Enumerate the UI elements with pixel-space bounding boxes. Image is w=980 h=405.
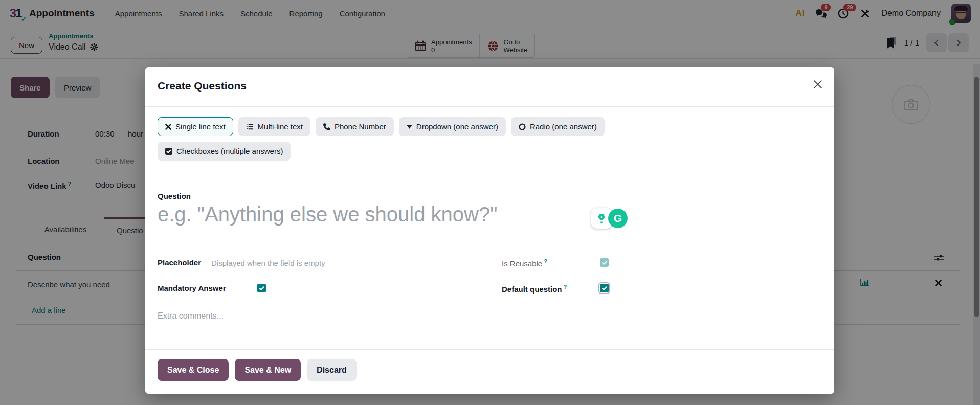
grammarly-icon[interactable]: G [608, 209, 628, 228]
lightbulb-icon [596, 213, 607, 223]
help-icon: ? [544, 258, 547, 264]
help-icon: ? [564, 284, 567, 290]
dialog-title: Create Questions [158, 80, 247, 92]
mandatory-answer-checkbox[interactable] [257, 284, 266, 292]
discard-button[interactable]: Discard [307, 359, 357, 381]
placeholder-label: Placeholder [158, 258, 201, 267]
grammarly-widget: G [591, 208, 628, 229]
x-mark-icon [165, 124, 171, 130]
save-and-close-button[interactable]: Save & Close [158, 359, 229, 381]
radio-circle-icon [519, 123, 526, 130]
mandatory-row: Mandatory Answer Default question? [158, 284, 822, 295]
screen: 31 ✓ Appointments Appointments Shared Li… [0, 0, 980, 405]
type-single-line-text[interactable]: Single line text [158, 117, 233, 136]
question-label: Question [158, 192, 191, 200]
footer-divider [145, 349, 834, 350]
create-questions-dialog: Create Questions Single line text Multi-… [145, 67, 834, 394]
default-question-checkbox[interactable] [600, 284, 609, 292]
type-radio[interactable]: Radio (one answer) [511, 117, 605, 136]
check-icon [259, 285, 265, 291]
checkbox-icon [165, 148, 172, 155]
question-type-row-2: Checkboxes (multiple answers) [158, 142, 291, 161]
placeholder-input[interactable]: Displayed when the field is empty [211, 259, 325, 267]
extra-comments-input[interactable]: Extra comments... [158, 311, 224, 321]
type-multi-line-text[interactable]: Multi-line text [238, 117, 310, 136]
close-button[interactable] [810, 76, 826, 93]
type-phone-number[interactable]: Phone Number [316, 117, 394, 136]
is-reusable-checkbox[interactable] [600, 258, 609, 267]
default-question-label: Default question? [502, 284, 567, 294]
check-icon [602, 260, 608, 266]
is-reusable-label: Is Reusable? [502, 258, 547, 268]
placeholder-row: Placeholder Displayed when the field is … [158, 258, 822, 269]
header-divider [145, 106, 834, 107]
close-icon [814, 80, 822, 88]
caret-down-icon [407, 125, 412, 129]
type-checkboxes[interactable]: Checkboxes (multiple answers) [158, 142, 291, 161]
question-input[interactable]: e.g. "Anything else we should know?" [158, 203, 497, 226]
dialog-footer: Save & Close Save & New Discard [158, 359, 357, 381]
check-icon [602, 285, 608, 291]
type-dropdown[interactable]: Dropdown (one answer) [399, 117, 506, 136]
save-and-new-button[interactable]: Save & New [235, 359, 301, 381]
ordered-list-icon [246, 123, 254, 130]
question-type-row-1: Single line text Multi-line text Phone N… [158, 117, 605, 136]
mandatory-answer-label: Mandatory Answer [158, 284, 226, 292]
phone-icon [323, 123, 330, 130]
